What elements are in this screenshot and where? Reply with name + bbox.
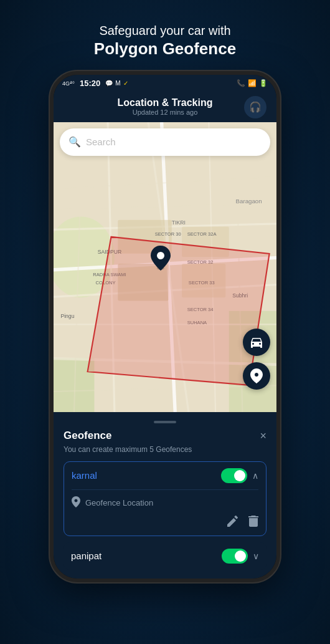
- status-left: 4G⁴⁰ 15:20 💬 M ✓: [62, 79, 128, 88]
- geofence-right-karnal: ∧: [221, 468, 258, 483]
- geofence-name-karnal: karnal: [72, 470, 97, 481]
- geofence-row-panipat: panipat ∨: [71, 549, 259, 564]
- pin-fab-button[interactable]: [243, 362, 270, 390]
- geo-location-row: Geofence Location: [72, 496, 258, 509]
- bottom-sheet: Geofence × You can create maximum 5 Geof…: [54, 412, 276, 579]
- headline: Safeguard your car with Polygon Geofence: [94, 22, 236, 60]
- svg-text:Pingu: Pingu: [60, 312, 74, 319]
- geo-actions: [72, 516, 258, 529]
- geofence-toggle-karnal[interactable]: [221, 468, 247, 483]
- headline-top: Safeguard your car with: [94, 22, 236, 39]
- svg-text:SECTOR 32A: SECTOR 32A: [187, 231, 217, 236]
- signal-icon: 4G⁴⁰: [62, 80, 75, 87]
- header-subtitle: Updated 12 mins ago: [118, 108, 213, 116]
- location-pin: [151, 246, 171, 273]
- phone-shell: 4G⁴⁰ 15:20 💬 M ✓ 📞 📶 🔋 Location & Tracki…: [50, 71, 280, 582]
- maps-icon: M: [115, 80, 120, 87]
- search-icon: 🔍: [68, 136, 81, 148]
- check-icon: ✓: [123, 80, 128, 87]
- car-fab-button[interactable]: [243, 329, 270, 356]
- svg-point-37: [157, 252, 164, 259]
- search-placeholder: Search: [86, 137, 116, 147]
- geofence-row-karnal: karnal ∧: [72, 468, 258, 483]
- close-button[interactable]: ×: [260, 430, 266, 443]
- location-icon: [72, 496, 80, 509]
- svg-marker-35: [88, 237, 270, 385]
- headline-bottom: Polygon Geofence: [94, 39, 236, 60]
- call-icon: 📞: [237, 79, 245, 87]
- geofence-toggle-panipat[interactable]: [222, 549, 248, 564]
- chevron-up-icon-karnal[interactable]: ∧: [252, 471, 258, 481]
- header-title-group: Location & Tracking Updated 12 mins ago: [118, 97, 213, 116]
- chevron-down-icon-panipat[interactable]: ∨: [253, 551, 259, 561]
- whatsapp-icon: 💬: [105, 80, 113, 87]
- sheet-subtitle: You can create maximum 5 Geofences: [64, 445, 266, 454]
- svg-text:SECTOR 30: SECTOR 30: [155, 231, 181, 236]
- sheet-title: Geofence: [64, 430, 111, 442]
- sheet-header: Geofence ×: [64, 430, 266, 443]
- sheet-handle: [154, 421, 176, 423]
- headphones-button[interactable]: 🎧: [244, 96, 266, 118]
- svg-text:TIKRI: TIKRI: [172, 219, 186, 226]
- geofence-name-panipat: panipat: [71, 550, 101, 561]
- map-container[interactable]: Baragaon TIKRI SECTOR 30 SECTOR 32A SECT…: [54, 122, 276, 412]
- geofence-item-karnal: karnal ∧ Geofence Location: [64, 461, 266, 536]
- search-bar[interactable]: 🔍 Search: [60, 128, 270, 156]
- geofence-right-panipat: ∨: [222, 549, 259, 564]
- status-time: 15:20: [80, 79, 100, 88]
- header-title: Location & Tracking: [118, 97, 213, 108]
- geofence-expanded-karnal: Geofence Location: [72, 489, 258, 529]
- battery-icon: 🔋: [259, 79, 268, 87]
- edit-button[interactable]: [227, 516, 238, 529]
- geo-location-label: Geofence Location: [85, 498, 153, 507]
- delete-button[interactable]: [248, 516, 258, 529]
- wifi-icon: 📶: [248, 79, 257, 87]
- status-bar: 4G⁴⁰ 15:20 💬 M ✓ 📞 📶 🔋: [54, 75, 276, 92]
- headphones-icon: 🎧: [249, 101, 262, 113]
- geofence-item-panipat: panipat ∨: [64, 542, 266, 570]
- svg-text:Baragaon: Baragaon: [236, 198, 262, 204]
- status-right: 📞 📶 🔋: [237, 79, 268, 87]
- app-header: Location & Tracking Updated 12 mins ago …: [54, 92, 276, 122]
